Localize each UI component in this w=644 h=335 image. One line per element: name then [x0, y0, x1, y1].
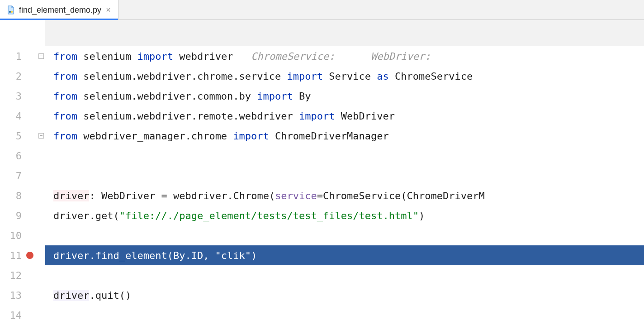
editor[interactable]: 1− 2 3 4 5− 6 7 8 9 10 11 12 13 14 from …	[0, 20, 644, 335]
code-line[interactable]: from webdriver_manager.chrome import Chr…	[45, 126, 644, 146]
code-line[interactable]: from selenium.webdriver.remote.webdriver…	[45, 106, 644, 126]
code-line[interactable]: from selenium.webdriver.chrome.service i…	[45, 66, 644, 86]
python-file-icon	[6, 5, 15, 14]
tab-file[interactable]: find_element_demo.py ×	[0, 0, 118, 19]
breakpoint-icon[interactable]	[26, 252, 33, 259]
line-number[interactable]: 3	[8, 91, 22, 102]
code-line[interactable]	[45, 305, 644, 325]
code-line[interactable]	[45, 146, 644, 166]
line-number[interactable]: 13	[8, 290, 22, 301]
line-number[interactable]: 1	[8, 51, 22, 62]
fold-icon[interactable]: −	[38, 53, 44, 59]
inlay-hint: WebDriver:	[371, 51, 431, 62]
svg-point-0	[9, 10, 11, 12]
code-line[interactable]	[45, 225, 644, 245]
line-number[interactable]: 7	[8, 170, 22, 182]
code-line[interactable]: driver.get("file://./page_element/tests/…	[45, 206, 644, 225]
line-number[interactable]: 6	[8, 150, 22, 162]
svg-point-1	[11, 10, 13, 12]
code-line[interactable]: driver.quit()	[45, 285, 644, 305]
line-number[interactable]: 4	[8, 110, 22, 122]
code-line[interactable]: from selenium.webdriver.common.by import…	[45, 86, 644, 106]
line-number[interactable]: 8	[8, 190, 22, 201]
line-number[interactable]: 11	[8, 250, 22, 261]
code-area[interactable]: from selenium import webdriver ChromeSer…	[45, 20, 644, 335]
line-number[interactable]: 9	[8, 210, 22, 221]
line-number[interactable]: 10	[8, 230, 22, 241]
line-number[interactable]: 2	[8, 71, 22, 82]
line-number[interactable]: 12	[8, 270, 22, 281]
code-line[interactable]: from selenium import webdriver ChromeSer…	[45, 46, 644, 66]
inlay-hint: ChromeService:	[251, 51, 335, 62]
tab-strip: find_element_demo.py ×	[0, 0, 644, 20]
code-line[interactable]	[45, 265, 644, 285]
code-line[interactable]	[45, 166, 644, 186]
line-number[interactable]: 5	[8, 130, 22, 142]
line-number[interactable]: 14	[8, 310, 22, 321]
tab-close-icon[interactable]: ×	[105, 5, 112, 15]
code-line-breakpoint[interactable]: driver.find_element(By.ID, "clik")	[45, 245, 644, 265]
code-line[interactable]: driver: WebDriver = webdriver.Chrome(ser…	[45, 186, 644, 206]
gutter[interactable]: 1− 2 3 4 5− 6 7 8 9 10 11 12 13 14	[0, 20, 45, 335]
tab-filename: find_element_demo.py	[19, 6, 101, 14]
fold-end-icon[interactable]: −	[38, 133, 44, 139]
